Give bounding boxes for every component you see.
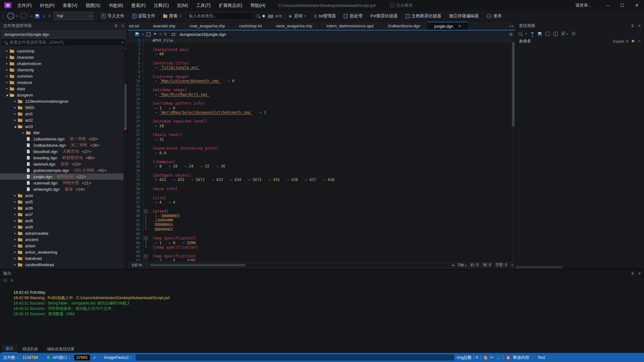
tree-item[interactable]: 1stbackbone.dgn 第一脊椎 <25> [0, 136, 127, 142]
tree-item[interactable]: ▸ advancealtar [0, 230, 127, 236]
close-button[interactable]: ✕ [630, 0, 644, 11]
batch-button[interactable]: 批处理 [341, 12, 365, 20]
start-button[interactable]: ▶ 启动 ▾ [286, 12, 309, 20]
expand-arrow-icon[interactable]: ▸ [13, 106, 18, 109]
fold-gutter[interactable] [143, 74, 148, 79]
expand-arrow-icon[interactable]: ▸ [13, 213, 18, 216]
macro-dropdown[interactable]: 宏 ▾ [561, 31, 568, 36]
minimize-button[interactable]: ─ [601, 0, 615, 11]
fold-gutter[interactable] [143, 110, 148, 115]
menu-item[interactable]: 帮助(H) [246, 0, 269, 11]
tree-item[interactable]: jungle.dgn 树精丛林 <22> [0, 173, 127, 180]
tree-item[interactable]: ▸ act6 [0, 205, 127, 211]
fold-gutter[interactable] [143, 187, 148, 191]
editor-scrollbar[interactable] [511, 38, 515, 261]
fold-gutter[interactable] [143, 119, 148, 123]
search-icon[interactable] [257, 14, 260, 18]
copy-doc-icon[interactable] [147, 32, 151, 36]
expand-arrow-icon[interactable]: ▸ [4, 62, 9, 65]
tree-item[interactable]: ▸ clientonly [0, 67, 127, 73]
save-doc-icon[interactable] [135, 32, 139, 36]
fold-gutter[interactable] [143, 133, 148, 137]
close-panel-icon[interactable]: ✕ [638, 272, 641, 276]
menu-item[interactable]: 书签(B) [104, 0, 127, 11]
fold-gutter[interactable] [143, 222, 148, 227]
menu-item[interactable]: 文件(F) [13, 0, 36, 11]
editor-tab[interactable]: jungle.dgn ✕ [427, 22, 468, 30]
expand-arrow-icon[interactable]: ▸ [13, 219, 18, 222]
fold-gutter[interactable] [143, 151, 148, 155]
doc-diff-button[interactable]: 文档差异比较器 [403, 12, 444, 20]
editor-tab[interactable]: nd.sd ✕ [128, 22, 146, 30]
tree-item[interactable]: outerwall.dgn 神殿外围 <21> [0, 180, 127, 186]
tree-item[interactable]: ▸ creature [0, 79, 127, 85]
code-editor[interactable]: 1 #PVF_File 2 3 [background pos] [128, 38, 515, 261]
pin-icon[interactable] [631, 272, 634, 275]
fold-gutter[interactable] [143, 205, 148, 209]
more-icon[interactable]: … [496, 355, 500, 360]
pin-icon[interactable] [114, 24, 118, 28]
match-word-icon[interactable]: a+b [275, 14, 282, 18]
explorer-current-path[interactable]: dungeon/act3/jungle.dgn [2, 30, 126, 38]
editor-tab[interactable]: 2ndbackbone.dgn ✕ [381, 22, 427, 30]
tree-item[interactable]: ▸ bakalraid [0, 255, 127, 261]
lst-manager-button[interactable]: ☰ lst管理器 [311, 12, 339, 20]
tree-item[interactable]: ◢ act3 [0, 123, 127, 129]
fold-gutter[interactable] [143, 65, 148, 70]
fold-gutter[interactable] [143, 128, 148, 133]
fold-gutter[interactable] [143, 61, 148, 65]
bottom-tab[interactable]: 编辑器查找结果 [43, 345, 78, 353]
scrollbar-thumb[interactable] [124, 84, 127, 129]
release-memory-button[interactable]: 释放内存 [513, 355, 529, 360]
back-button[interactable]: ← [7, 13, 14, 19]
fold-gutter[interactable] [143, 146, 148, 151]
tree-item[interactable]: breeding.dgn 树精繁殖地 <90> [0, 155, 127, 161]
regex-icon[interactable]: ✱ [262, 14, 265, 19]
import-file-button[interactable]: 导入文件 [99, 12, 127, 20]
fold-gutter[interactable] [143, 173, 148, 178]
fold-gutter[interactable] [143, 56, 148, 61]
menu-item[interactable]: 搜索(F) [127, 0, 150, 11]
maximize-button[interactable]: ☐ [615, 0, 630, 11]
fold-gutter[interactable] [143, 106, 148, 110]
editor-tab[interactable]: neck_avagacha.shp ✕ [269, 22, 320, 30]
editor-tab[interactable]: coat_avagacha.shp ✕ [183, 22, 232, 30]
explorer-scrollbar[interactable]: ▲ [124, 46, 127, 269]
tree-item[interactable]: ▸ title [0, 129, 127, 136]
tree-item[interactable]: ▸ common [0, 73, 127, 79]
tree-item[interactable]: ▸ 5650 [0, 104, 127, 111]
split-layout-icon[interactable] [553, 32, 558, 36]
expand-arrow-icon[interactable]: ▸ [4, 68, 9, 71]
fold-gutter[interactable] [143, 209, 148, 213]
test-label[interactable]: Test [537, 355, 545, 360]
find-view-hscrollbar[interactable] [516, 266, 644, 269]
fold-gutter[interactable] [143, 92, 148, 97]
save-icon[interactable] [35, 14, 40, 19]
tree-item[interactable]: ▸ act5 [0, 199, 127, 205]
fold-gutter[interactable] [143, 191, 148, 195]
scrollbar-thumb[interactable] [512, 42, 515, 127]
fold-gutter[interactable] [143, 79, 148, 83]
chevron-down-icon[interactable]: ▾ [142, 33, 144, 36]
search-button[interactable]: 搜索 ▾ [160, 12, 184, 20]
fold-gutter[interactable] [143, 236, 148, 240]
fold-gutter[interactable] [143, 250, 148, 254]
chevron-down-icon[interactable]: ▾ [511, 264, 513, 267]
menu-item[interactable]: 视图(S) [81, 0, 104, 11]
layout-icon[interactable] [546, 32, 550, 36]
fold-gutter[interactable] [143, 83, 148, 88]
tree-item[interactable]: 2ndbackbone.dgn 第二脊椎 <26> [0, 142, 127, 148]
tree-item[interactable]: ▸ act1 [0, 111, 127, 117]
fold-gutter[interactable] [143, 124, 148, 128]
fold-gutter[interactable] [143, 178, 148, 182]
fold-gutter[interactable] [143, 169, 148, 173]
word-wrap-icon[interactable] [3, 279, 7, 282]
tab-close-icon[interactable]: ✕ [458, 24, 461, 28]
expand-arrow-icon[interactable]: ▸ [13, 250, 18, 254]
imagepacks-path-input[interactable] [136, 354, 454, 360]
tree-item[interactable]: ▸ 110levelnormaldungeon [0, 98, 127, 104]
tree-item[interactable]: ▸ act7 [0, 211, 127, 217]
match-case-icon[interactable]: Abl [268, 14, 273, 18]
tree-item[interactable]: ▸ anton_awakening [0, 249, 127, 255]
scissors-icon[interactable]: ✂ [490, 355, 493, 360]
